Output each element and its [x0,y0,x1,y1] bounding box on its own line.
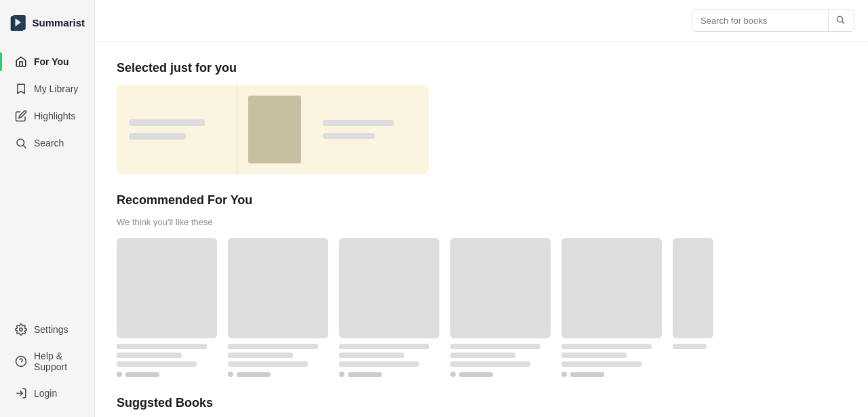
search-button-icon [835,15,845,24]
book-card-partial[interactable] [673,238,713,377]
pencil-icon [15,110,27,122]
rating-line-1 [125,372,159,377]
book-card-5[interactable] [561,238,662,377]
recommended-books-row [117,238,846,377]
book-rating-2 [228,372,328,377]
book-line-2-1 [228,344,318,349]
sidebar-item-search[interactable]: Search [4,130,90,156]
book-card-3[interactable] [339,238,439,377]
book-card-2[interactable] [228,238,328,377]
gear-icon [15,323,27,336]
sidebar-bottom: Settings Help & Support Login [0,311,94,417]
book-thumbnail-1 [117,238,217,338]
app-logo: Summarist [0,0,94,46]
rating-line-2 [237,372,271,377]
book-meta-5 [561,344,662,377]
sidebar-label-highlights: Highlights [34,111,75,121]
rating-dot-1 [117,372,122,377]
featured-left [117,85,237,174]
book-rating-3 [339,372,439,377]
suggested-section: Suggsted Books Browse those books [117,396,846,417]
topbar [95,0,868,42]
search-bar [692,9,854,32]
book-line-5-1 [561,344,652,349]
help-icon [15,355,27,368]
sidebar-label-login: Login [34,388,57,399]
book-line-3-1 [339,344,429,349]
sidebar-label-search: Search [34,138,64,148]
sidebar: Summarist For You My Library Highlights [0,0,95,417]
book-line-2-3 [228,361,308,367]
book-meta-2 [228,344,328,377]
svg-line-10 [842,22,844,24]
sidebar-item-highlights[interactable]: Highlights [4,103,90,129]
book-line-2-2 [228,353,293,358]
svg-point-9 [837,16,842,22]
book-line-4-2 [450,353,515,358]
home-icon [15,56,27,68]
featured-section-title: Selected just for you [117,61,846,75]
search-nav-icon [15,137,27,149]
content-area: Selected just for you Recommended For Yo… [95,42,868,417]
book-meta-3 [339,344,439,377]
recommended-title: Recommended For You [117,193,846,207]
book-line-5-3 [561,361,642,367]
rating-dot-3 [339,372,344,377]
book-line-1-2 [117,353,182,358]
book-line-3-3 [339,361,419,367]
book-rating-5 [561,372,662,377]
book-line-partial-1 [673,344,707,349]
featured-line-2 [129,133,186,140]
suggested-title: Suggsted Books [117,396,846,410]
sidebar-item-my-library[interactable]: My Library [4,76,90,102]
featured-book-cover [248,96,301,163]
svg-point-3 [17,139,24,146]
svg-point-5 [20,328,23,332]
book-card-1[interactable] [117,238,217,377]
rating-dot-4 [450,372,456,377]
sidebar-item-login[interactable]: Login [4,380,90,406]
app-name: Summarist [32,17,85,28]
logo-icon [9,12,26,33]
sidebar-label-my-library: My Library [34,83,78,94]
featured-book-cover-area [237,85,312,174]
search-input[interactable] [692,11,828,31]
featured-card[interactable] [117,85,429,174]
rating-line-5 [570,372,604,377]
sidebar-item-help[interactable]: Help & Support [4,344,90,379]
book-line-1-1 [117,344,207,349]
rating-line-4 [459,372,493,377]
sidebar-label-for-you: For You [34,56,69,67]
main-nav: For You My Library Highlights Search [0,46,94,311]
book-line-3-2 [339,353,404,358]
book-thumbnail-3 [339,238,439,338]
recommended-section: Recommended For You We think you'll like… [117,193,846,377]
recommended-subtitle: We think you'll like these [117,217,846,227]
book-meta-4 [450,344,551,377]
book-line-5-2 [561,353,627,358]
featured-info-line-1 [323,120,394,126]
featured-info [312,85,429,174]
book-line-4-3 [450,361,530,367]
search-button[interactable] [828,10,852,31]
featured-line-1 [129,119,205,126]
book-meta-partial [673,344,713,349]
book-line-1-3 [117,361,197,367]
book-meta-1 [117,344,217,377]
book-thumbnail-2 [228,238,328,338]
rating-dot-5 [561,372,567,377]
rating-dot-2 [228,372,233,377]
book-thumbnail-partial [673,238,713,338]
main-area: Selected just for you Recommended For Yo… [95,0,868,417]
login-icon [15,387,27,399]
sidebar-label-help: Help & Support [34,351,79,372]
sidebar-item-settings[interactable]: Settings [4,317,90,342]
book-card-4[interactable] [450,238,551,377]
sidebar-label-settings: Settings [34,324,68,335]
sidebar-item-for-you[interactable]: For You [4,49,90,75]
book-thumbnail-4 [450,238,551,338]
bookmark-icon [15,83,27,95]
book-rating-4 [450,372,551,377]
book-rating-1 [117,372,217,377]
svg-line-4 [23,145,26,148]
